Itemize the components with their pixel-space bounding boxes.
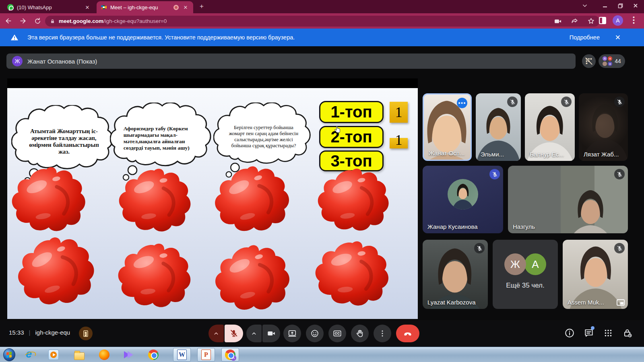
asyk-shape xyxy=(313,164,396,236)
participant-name: Жанат Осп... xyxy=(429,150,465,156)
taskbar-file-explorer[interactable] xyxy=(73,349,85,361)
apps-grid-icon[interactable] xyxy=(603,328,613,338)
side-panel-button[interactable] xyxy=(599,17,606,24)
tab-whatsapp[interactable]: (10) WhatsApp ✕ xyxy=(3,1,95,13)
tab-meet[interactable]: Meet – igh-ckge-equ ✕ xyxy=(97,1,193,13)
group-button-2[interactable]: 2-топ xyxy=(319,126,384,148)
grid-off-icon[interactable] xyxy=(582,54,596,68)
taskbar-kmplayer[interactable] xyxy=(122,349,134,361)
mini-avatars: A я ж xyxy=(603,56,612,66)
participants-count-pill[interactable]: A я ж 44 xyxy=(599,54,625,68)
shared-presentation: Атымтай Жомарттың іс-әрекетіне талдау жа… xyxy=(7,78,418,319)
close-window-button[interactable] xyxy=(630,1,642,10)
tab-close-icon[interactable]: ✕ xyxy=(84,4,91,10)
more-participants-label: Ещё 35 чел. xyxy=(493,282,558,290)
taskbar-chrome[interactable] xyxy=(147,349,159,361)
forward-button[interactable] xyxy=(17,15,29,27)
cloud-text: Атымтай Жомарттың іс-әрекетіне талдау жа… xyxy=(25,117,103,166)
host-controls-lock-icon[interactable] xyxy=(622,328,633,338)
internet-explorer-icon: e xyxy=(24,349,35,360)
participant-tile[interactable]: ●●● Жанат Осп... xyxy=(423,93,472,161)
participant-tile[interactable]: Assem Muk... xyxy=(563,240,628,309)
browser-tab-strip: (10) WhatsApp ✕ Meet – igh-ckge-equ ✕ + xyxy=(0,0,644,13)
participant-tile[interactable]: Lyazat Karbozova xyxy=(423,240,488,309)
cloud-text: Берілген суреттер бойынша жомарт пен сар… xyxy=(227,112,301,162)
score-square: 1 xyxy=(390,138,408,148)
taskbar-word-active[interactable]: W xyxy=(173,348,191,362)
share-icon[interactable] xyxy=(571,17,578,25)
tab-close-icon[interactable]: ✕ xyxy=(182,4,189,10)
presenter-bar[interactable]: Ж Жанат Оспанова (Показ) xyxy=(6,53,576,69)
info-icon[interactable] xyxy=(564,328,575,338)
asyk-shape xyxy=(309,234,398,313)
camera-options-chevron[interactable] xyxy=(246,325,262,342)
mic-off-icon xyxy=(614,97,625,107)
banner-close-icon[interactable]: ✕ xyxy=(615,33,621,42)
group-button-1[interactable]: 1-топ xyxy=(319,101,384,123)
taskbar-firefox[interactable] xyxy=(98,349,110,361)
camera-in-use-icon[interactable] xyxy=(554,17,562,25)
recording-indicator-icon xyxy=(173,5,179,10)
participant-count: 44 xyxy=(615,58,621,64)
url-host: meet.google.com xyxy=(59,18,103,24)
reactions-button[interactable] xyxy=(306,325,324,342)
participant-tile[interactable]: Назгуль xyxy=(508,166,628,233)
more-options-button[interactable] xyxy=(374,325,391,342)
tab-title: (10) WhatsApp xyxy=(17,4,80,10)
end-call-button[interactable] xyxy=(396,325,419,342)
browser-menu-icon[interactable]: ••• xyxy=(633,16,635,25)
mic-off-icon xyxy=(614,243,625,253)
participant-tile[interactable]: Балнур Ес... xyxy=(525,93,575,161)
reload-button[interactable] xyxy=(31,15,43,27)
meet-control-bar: 15:33 | igh-ckge-equ xyxy=(0,320,644,347)
camera-button[interactable] xyxy=(262,325,280,342)
meeting-area: Ж Жанат Оспанова (Показ) A я ж 44 Атымта… xyxy=(0,46,644,347)
start-button[interactable] xyxy=(3,349,15,361)
banner-more-link[interactable]: Подробнее xyxy=(570,34,600,41)
url-path: /igh-ckge-equ?authuser=0 xyxy=(103,18,167,24)
folder-icon xyxy=(74,352,85,360)
participant-name: Лязат Жаб... xyxy=(584,151,619,158)
back-button[interactable] xyxy=(2,15,14,27)
browser-unsupported-banner: Эта версия браузера больше не поддержива… xyxy=(0,29,644,46)
restore-button[interactable] xyxy=(614,1,626,10)
tab-title: Meet – igh-ckge-equ xyxy=(110,4,170,10)
participant-tile[interactable]: Жанар Кусаинова xyxy=(423,166,503,233)
participant-name: Балнур Ес... xyxy=(530,151,564,158)
breakout-room-icon[interactable] xyxy=(79,327,93,340)
score-square: 1 xyxy=(390,102,408,123)
chrome-icon xyxy=(148,350,159,360)
raise-hand-button[interactable] xyxy=(351,325,369,342)
cloud-text: Афоризмдер табу (Көркем шығармадағы мақа… xyxy=(124,114,201,163)
taskbar-chrome-meet-active[interactable]: A xyxy=(221,348,239,362)
whatsapp-icon xyxy=(7,4,14,10)
mic-off-icon xyxy=(474,243,485,253)
media-player-icon xyxy=(48,350,59,360)
taskbar-media-player[interactable] xyxy=(47,349,60,361)
taskbar-powerpoint-active[interactable]: P xyxy=(197,348,215,362)
participant-tile[interactable]: Лязат Жаб... xyxy=(579,93,628,161)
mic-off-button[interactable] xyxy=(225,325,243,342)
asyk-shape xyxy=(9,229,105,314)
participant-name: Эльми... xyxy=(481,151,504,158)
tab-search-chevron-icon[interactable] xyxy=(582,4,588,7)
more-participants-tile[interactable]: Ж A Ещё 35 чел. xyxy=(493,240,558,309)
asyk-shape xyxy=(114,163,199,237)
participant-photo-avatar xyxy=(448,179,478,210)
participant-name: Assem Muk... xyxy=(568,299,604,306)
present-screen-button[interactable] xyxy=(283,325,301,342)
mic-options-chevron[interactable] xyxy=(208,325,224,342)
profile-avatar[interactable]: A xyxy=(613,15,623,26)
hand-cursor-icon xyxy=(333,125,342,135)
address-bar[interactable]: meet.google.com/igh-ckge-equ?authuser=0 xyxy=(45,16,600,27)
meeting-code: igh-ckge-equ xyxy=(35,329,70,336)
taskbar-internet-explorer[interactable]: e xyxy=(23,349,35,361)
presenter-avatar: Ж xyxy=(12,56,23,66)
participant-tile[interactable]: Эльми... xyxy=(476,93,521,161)
participant-name: Lyazat Karbozova xyxy=(427,299,476,306)
star-icon[interactable] xyxy=(587,17,595,25)
captions-button[interactable] xyxy=(328,325,346,342)
avatar: A xyxy=(524,253,546,275)
new-tab-button[interactable]: + xyxy=(198,3,205,10)
minimize-button[interactable] xyxy=(599,1,611,10)
